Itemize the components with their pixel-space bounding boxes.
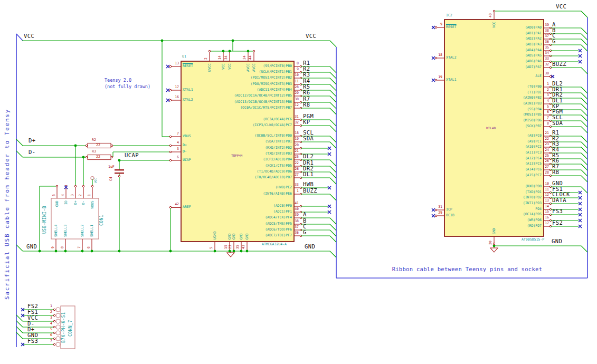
- net-label-r6[interactable]: R6: [303, 90, 310, 95]
- con1-pin-number: 5: [52, 194, 56, 196]
- u1-pin-name: GND: [240, 233, 243, 240]
- ic2-pin-number: 37: [538, 34, 549, 38]
- conn7-pin-circle[interactable]: [56, 325, 60, 329]
- net-label-data[interactable]: DATA: [552, 197, 566, 203]
- net-label-hwb[interactable]: HWB: [303, 181, 314, 187]
- u1-pin-number: 14: [218, 55, 222, 60]
- net-label-a[interactable]: A: [303, 212, 307, 217]
- ic2-pin-name: XTAL1: [446, 78, 457, 82]
- conn7-pin-circle[interactable]: [56, 342, 60, 347]
- ribbon-note: Ribbon cable between Teensy pins and soc…: [346, 266, 589, 272]
- net-label-dplus[interactable]: D+: [29, 138, 35, 143]
- wire: [581, 115, 587, 121]
- net-label-fs2[interactable]: FS2: [552, 220, 563, 226]
- conn7-pin-circle[interactable]: [56, 331, 60, 335]
- net-label-vcc[interactable]: VCC: [556, 4, 566, 9]
- c4-ref[interactable]: C4: [109, 177, 113, 181]
- r3-ref[interactable]: R3: [92, 150, 96, 154]
- net-label-r8[interactable]: R8: [303, 102, 310, 108]
- con1-pin-number: 2: [79, 194, 82, 196]
- conn7-pin-circle[interactable]: [56, 313, 60, 318]
- con1-value[interactable]: USB-MINI-B: [43, 206, 47, 234]
- net-label-gnd[interactable]: GND: [305, 244, 315, 250]
- net-label-ucap[interactable]: UCAP: [125, 152, 139, 158]
- conn7-pin-circle[interactable]: [56, 337, 60, 341]
- conn7-pin-circle[interactable]: [56, 308, 60, 312]
- net-label-g[interactable]: G: [552, 39, 556, 44]
- ic2-pin-name: (RD)PD7: [461, 224, 542, 228]
- net-label-gnd[interactable]: GND: [552, 238, 562, 244]
- pin-end: [435, 26, 437, 28]
- wire: [330, 230, 336, 236]
- ic2-ref[interactable]: IC2: [446, 14, 452, 17]
- r2-value[interactable]: 22: [96, 143, 100, 147]
- pin-end: [169, 206, 171, 208]
- net-label-buzz[interactable]: BUZZ: [303, 188, 317, 194]
- con1-ref[interactable]: CON1: [100, 215, 104, 226]
- ic2-pin-number: 2: [538, 88, 549, 92]
- wire: [581, 98, 587, 104]
- net-label-vcc[interactable]: VCC: [24, 33, 34, 39]
- net-label-buzz[interactable]: BUZZ: [552, 61, 566, 67]
- ic2-pin-number: 32: [538, 63, 549, 66]
- con1-pin-name: SHELL1: [90, 225, 94, 237]
- wire: [330, 126, 336, 132]
- conn7-pin-circle[interactable]: [56, 319, 60, 323]
- ic2-pin-name: (A13)PC5: [461, 162, 542, 166]
- net-label-gnd[interactable]: GND: [26, 244, 37, 250]
- ic2-pin-name: ALE: [461, 74, 542, 78]
- junction-dot: [82, 156, 85, 159]
- net-label-r3[interactable]: R3: [303, 72, 310, 78]
- ic2-value[interactable]: AT90S8515-P: [522, 238, 544, 242]
- net-label-dminus[interactable]: D-: [29, 149, 35, 155]
- wire: [330, 178, 336, 184]
- ic2-pin-number: 35: [538, 46, 549, 50]
- wire: [16, 139, 23, 146]
- u1-pin-name: (ADC6/TDO)PF6: [211, 228, 292, 232]
- u1-ref[interactable]: U1: [182, 55, 186, 59]
- net-label-vcc[interactable]: VCC: [306, 33, 316, 39]
- con1-pin-number: 8: [61, 246, 64, 248]
- r3-value[interactable]: 22: [96, 155, 100, 159]
- c4-value[interactable]: 1uF: [108, 165, 115, 169]
- pin-end: [549, 75, 551, 77]
- wire: [581, 28, 587, 34]
- ic2-pin-number: 15: [538, 210, 549, 214]
- net-label-dl2[interactable]: DL2: [303, 154, 314, 159]
- u1-pin-name: (T1/OC4D/ADC9)PD6: [211, 170, 292, 174]
- ic2-pin-name: (SCK)PB7: [461, 124, 542, 128]
- u1-pin-number: 44: [249, 55, 252, 60]
- net-label-fs3[interactable]: FS3: [27, 338, 38, 344]
- wire: [16, 245, 23, 251]
- usb-power-flag-label: VCC: [94, 178, 98, 183]
- net-label-kp[interactable]: KP: [303, 119, 310, 125]
- u1-pin-number: 23: [229, 245, 232, 249]
- conn7-value[interactable]: B7K-PH-K-S1: [62, 312, 66, 343]
- pin-end: [169, 136, 171, 137]
- net-label-fs3[interactable]: FS3: [552, 208, 563, 214]
- u1-value[interactable]: ATMEGA32U4-A: [262, 243, 287, 246]
- ic2-pin-number: 5: [538, 105, 549, 109]
- r2-ref[interactable]: R2: [92, 138, 96, 142]
- net-label-dl1[interactable]: DL1: [303, 171, 314, 177]
- net-label-g[interactable]: G: [303, 229, 307, 235]
- conn7-ref[interactable]: CONN_7: [69, 320, 73, 337]
- c4-plate[interactable]: [115, 169, 124, 170]
- pin-end: [111, 156, 112, 158]
- u1-pin-number: 39: [288, 213, 299, 217]
- ic2-pin-name: (A9)PC1: [461, 140, 542, 143]
- ic2-pin-number: 36: [538, 40, 549, 44]
- u1-pin-name: (SDA/INT1)PD1: [211, 140, 292, 143]
- net-label-sda[interactable]: SDA: [552, 120, 563, 126]
- wire: [581, 136, 587, 142]
- junction-dot: [222, 50, 225, 53]
- net-label-sda[interactable]: SDA: [303, 136, 314, 141]
- u1-pin-name: (ADC12/OC1A/OC4B/PCINT12)PB5: [211, 94, 292, 98]
- ic2-pin-name: (MISO)PB6: [461, 119, 542, 122]
- net-label-r8[interactable]: R8: [552, 169, 559, 175]
- u1-pin-number: 9: [288, 68, 299, 71]
- wire: [581, 110, 587, 116]
- u1-pin-name: (ADC7/TDI)PF7: [211, 234, 292, 237]
- con1-pin-number: 9: [51, 246, 55, 248]
- junction-dot: [64, 250, 67, 253]
